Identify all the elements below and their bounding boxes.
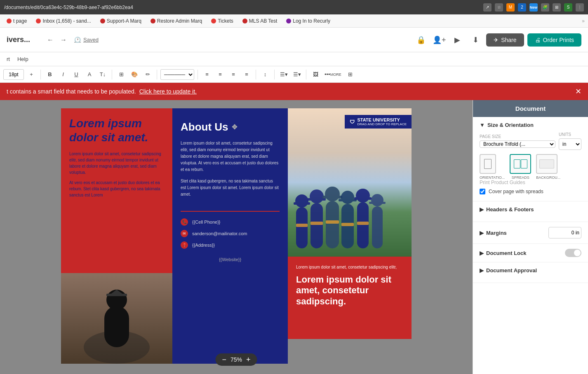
margins-title[interactable]: ▶ Margins bbox=[480, 230, 507, 236]
bullet-list-button[interactable]: ☰▾ bbox=[278, 69, 289, 80]
font-size-plus[interactable]: + bbox=[26, 69, 37, 80]
svg-rect-16 bbox=[339, 199, 357, 201]
bold-button[interactable]: B bbox=[44, 69, 56, 80]
star-icon[interactable]: ☆ bbox=[495, 3, 503, 12]
spreads-button[interactable] bbox=[510, 154, 531, 174]
spread-right bbox=[521, 159, 527, 168]
red-bottom-heading: Lorem ipsum dolor sit amet, consetetur s… bbox=[296, 274, 403, 307]
background-button[interactable] bbox=[536, 154, 557, 174]
insert-table-button[interactable]: ⊞ bbox=[115, 69, 127, 80]
bookmark-label-6: MLS AB Test bbox=[249, 18, 277, 24]
order-prints-button[interactable]: 🖨 Order Prints bbox=[527, 33, 581, 47]
puzzle-icon[interactable]: 🧩 bbox=[541, 3, 549, 12]
page-left-inner: Lorem ipsum dolor sit amet. Lorem ipsum … bbox=[61, 108, 172, 210]
size-section-title[interactable]: ▼ Size & Orientation bbox=[480, 122, 581, 128]
svg-rect-11 bbox=[326, 201, 339, 248]
document-lock-title[interactable]: ▶ Document Lock bbox=[480, 250, 527, 256]
grid-view-button[interactable]: ⊞ bbox=[345, 69, 356, 80]
new-extension-badge[interactable]: New bbox=[529, 3, 538, 12]
bookmark-restore[interactable]: Restore Admin Marq bbox=[147, 17, 205, 25]
alert-link[interactable]: Click here to update it. bbox=[139, 88, 197, 95]
preview-button[interactable]: ▶ bbox=[450, 33, 465, 47]
size-section-label: Size & Orientation bbox=[487, 122, 534, 128]
divider-5 bbox=[256, 70, 256, 79]
ext-icon-1[interactable]: M bbox=[506, 3, 515, 12]
fill-color-button[interactable]: 🎨 bbox=[129, 69, 140, 80]
bookmark-inbox[interactable]: Inbox (1,658) - sand... bbox=[33, 17, 94, 25]
page-size-select[interactable]: Brochure Trifold (... bbox=[480, 140, 555, 148]
align-left-button[interactable]: ≡ bbox=[201, 69, 213, 80]
svg-point-18 bbox=[356, 189, 370, 203]
more-browser-icon[interactable]: ⋮ bbox=[576, 3, 584, 12]
divider-7 bbox=[306, 70, 306, 79]
bookmark-support[interactable]: Support-A Marq bbox=[97, 17, 145, 25]
page-left[interactable]: Lorem ipsum dolor sit amet. Lorem ipsum … bbox=[61, 108, 172, 364]
menu-item-rt[interactable]: rt bbox=[3, 54, 13, 64]
share-browser-icon[interactable]: ↗ bbox=[483, 3, 492, 12]
spreads-label: SPREADS bbox=[510, 175, 531, 180]
right-panel: Document ▼ Size & Orientation PAGE SIZE … bbox=[473, 100, 588, 374]
more-button[interactable]: ••• MORE bbox=[323, 69, 343, 80]
units-select[interactable]: in cm mm bbox=[559, 138, 581, 150]
text-transform-button[interactable]: T↓ bbox=[97, 69, 108, 80]
add-user-button[interactable]: 👤+ bbox=[432, 33, 447, 47]
lock-button[interactable]: 🔒 bbox=[414, 33, 428, 47]
portrait-button[interactable] bbox=[480, 154, 496, 174]
forward-button[interactable]: → bbox=[58, 34, 69, 46]
line-style-select[interactable]: ────── bbox=[160, 69, 194, 80]
contact-website: {{Website}} bbox=[181, 253, 280, 266]
header-icons: 🔒 👤+ ▶ ⬇ ✈ Share 🖨 Order Prints bbox=[414, 33, 581, 47]
university-info: STATE UNIVERSITY DRAG AND DROP TO REPLAC… bbox=[357, 117, 407, 126]
menu-item-help[interactable]: Help bbox=[14, 54, 32, 64]
background-option: BACKGROU... bbox=[536, 154, 560, 180]
document-lock-toggle[interactable] bbox=[565, 249, 581, 257]
align-right-button[interactable]: ≡ bbox=[228, 69, 239, 80]
canvas-area[interactable]: Lorem ipsum dolor sit amet. Lorem ipsum … bbox=[0, 100, 473, 374]
document-approval-title[interactable]: ▶ Document Approval bbox=[480, 267, 581, 273]
document-canvas: Lorem ipsum dolor sit amet. Lorem ipsum … bbox=[61, 108, 412, 364]
page-middle[interactable]: About Us ✥ Lorem ipsum dolor sit amet, c… bbox=[172, 108, 288, 364]
bookmark-mls[interactable]: MLS AB Test bbox=[239, 17, 280, 25]
text-size-button[interactable]: A bbox=[84, 69, 95, 80]
divider-6 bbox=[274, 70, 275, 79]
bookmark-recurly[interactable]: Log In to Recurly bbox=[283, 17, 334, 25]
move-icon[interactable]: ✥ bbox=[232, 123, 237, 131]
bookmarks-more[interactable]: » bbox=[582, 18, 585, 24]
numbered-list-button[interactable]: ☰▾ bbox=[291, 69, 303, 80]
spread-left bbox=[514, 159, 520, 168]
page-right[interactable]: 🛡 STATE UNIVERSITY DRAG AND DROP TO REPL… bbox=[288, 108, 412, 364]
cover-page-checkbox[interactable] bbox=[480, 189, 485, 194]
share-button[interactable]: ✈ Share bbox=[486, 33, 524, 47]
zoom-out-button[interactable]: − bbox=[222, 356, 226, 363]
sidebar-icon[interactable]: ⊞ bbox=[553, 3, 561, 12]
saved-status[interactable]: 🕐 Saved bbox=[74, 37, 99, 43]
margins-input[interactable] bbox=[548, 227, 581, 238]
italic-button[interactable]: I bbox=[57, 69, 69, 80]
print-guide-link[interactable]: Print Product Guides bbox=[480, 180, 581, 185]
bookmark-t-page[interactable]: t page bbox=[3, 17, 30, 25]
margins-section: ▶ Margins bbox=[473, 222, 588, 244]
underline-button[interactable]: U bbox=[71, 69, 82, 80]
download-button[interactable]: ⬇ bbox=[468, 33, 483, 47]
edit-button[interactable]: ✏ bbox=[142, 69, 153, 80]
zoom-in-button[interactable]: + bbox=[246, 356, 251, 363]
portrait-icon bbox=[484, 159, 492, 169]
bookmark-label-4: Restore Admin Marq bbox=[157, 18, 202, 24]
align-center-button[interactable]: ≡ bbox=[214, 69, 226, 80]
back-button[interactable]: ← bbox=[45, 34, 56, 46]
browser-url: /documents/edit/0ca63e4c-529b-48b9-aee7-… bbox=[4, 5, 133, 10]
svg-point-9 bbox=[310, 189, 324, 203]
profile-icon[interactable]: S bbox=[564, 3, 572, 12]
about-us-body2: Stet clita kasd gubergren, no sea takima… bbox=[181, 178, 280, 198]
bookmark-tickets[interactable]: Tickets bbox=[208, 17, 237, 25]
ext-icon-2[interactable]: 2 bbox=[518, 3, 526, 12]
page-left-body1: Lorem ipsum dolor sit amet, consetetur s… bbox=[69, 151, 164, 175]
alert-close-button[interactable]: ✕ bbox=[575, 87, 581, 96]
align-justify-button[interactable]: ≡ bbox=[241, 69, 252, 80]
svg-point-21 bbox=[371, 194, 383, 206]
headers-section-title[interactable]: ▶ Headers & Footers bbox=[480, 206, 581, 213]
line-height-button[interactable]: ↕ bbox=[259, 69, 271, 80]
font-size-input[interactable] bbox=[3, 69, 24, 80]
svg-rect-25 bbox=[326, 220, 339, 224]
insert-image-button[interactable]: 🖼 bbox=[310, 69, 321, 80]
